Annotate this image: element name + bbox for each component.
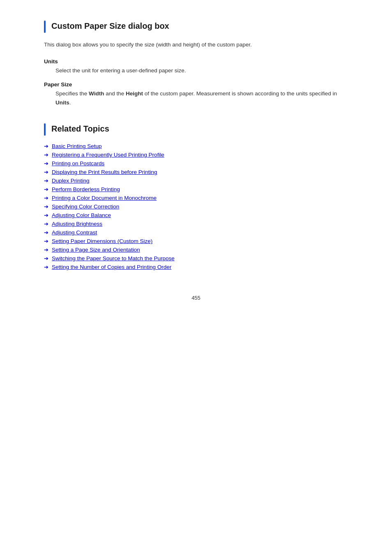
related-topics-section: Related Topics ➔ Basic Printing Setup ➔ … <box>44 123 348 270</box>
paper-size-body: Specifies the Width and the Height of th… <box>55 89 348 107</box>
arrow-icon: ➔ <box>44 238 48 244</box>
blue-accent-bar <box>44 21 46 33</box>
list-item: ➔ Printing on Postcards <box>44 160 348 166</box>
link-paper-dimensions[interactable]: Setting Paper Dimensions (Custom Size) <box>52 238 152 244</box>
list-item: ➔ Adjusting Brightness <box>44 221 348 227</box>
arrow-icon: ➔ <box>44 169 48 175</box>
main-title: Custom Paper Size dialog box <box>51 21 169 31</box>
link-page-size-orientation[interactable]: Setting a Page Size and Orientation <box>52 247 140 253</box>
units-title: Units <box>44 58 348 65</box>
list-item: ➔ Displaying the Print Results before Pr… <box>44 169 348 175</box>
units-body: Select the unit for entering a user-defi… <box>55 66 348 75</box>
arrow-icon: ➔ <box>44 255 48 261</box>
list-item: ➔ Duplex Printing <box>44 178 348 184</box>
arrow-icon: ➔ <box>44 186 48 192</box>
list-item: ➔ Switching the Paper Source to Match th… <box>44 255 348 261</box>
arrow-icon: ➔ <box>44 152 48 158</box>
link-copies-order[interactable]: Setting the Number of Copies and Printin… <box>52 264 171 270</box>
link-contrast[interactable]: Adjusting Contrast <box>52 229 97 236</box>
arrow-icon: ➔ <box>44 212 48 218</box>
paper-size-section: Paper Size Specifies the Width and the H… <box>44 81 348 107</box>
related-blue-accent-bar <box>44 123 46 136</box>
page-container: Custom Paper Size dialog box This dialog… <box>19 0 373 326</box>
list-item: ➔ Adjusting Color Balance <box>44 212 348 218</box>
paper-size-title: Paper Size <box>44 81 348 88</box>
arrow-icon: ➔ <box>44 204 48 210</box>
link-color-correction[interactable]: Specifying Color Correction <box>52 204 119 210</box>
intro-text: This dialog box allows you to specify th… <box>44 40 348 49</box>
list-item: ➔ Perform Borderless Printing <box>44 186 348 192</box>
units-section: Units Select the unit for entering a use… <box>44 58 348 75</box>
link-registering-profile[interactable]: Registering a Frequently Used Printing P… <box>52 152 164 158</box>
list-item: ➔ Basic Printing Setup <box>44 143 348 149</box>
link-basic-printing-setup[interactable]: Basic Printing Setup <box>52 143 102 149</box>
page-number: 455 <box>44 295 348 301</box>
related-topics-header: Related Topics <box>44 123 348 136</box>
arrow-icon: ➔ <box>44 143 48 149</box>
arrow-icon: ➔ <box>44 221 48 227</box>
link-duplex-printing[interactable]: Duplex Printing <box>52 178 90 184</box>
related-topics-list: ➔ Basic Printing Setup ➔ Registering a F… <box>44 143 348 270</box>
arrow-icon: ➔ <box>44 264 48 270</box>
link-printing-postcards[interactable]: Printing on Postcards <box>52 160 104 166</box>
link-monochrome-printing[interactable]: Printing a Color Document in Monochrome <box>52 195 157 201</box>
list-item: ➔ Adjusting Contrast <box>44 229 348 236</box>
link-brightness[interactable]: Adjusting Brightness <box>52 221 102 227</box>
link-color-balance[interactable]: Adjusting Color Balance <box>52 212 111 218</box>
list-item: ➔ Setting a Page Size and Orientation <box>44 247 348 253</box>
link-displaying-print-results[interactable]: Displaying the Print Results before Prin… <box>52 169 157 175</box>
arrow-icon: ➔ <box>44 247 48 253</box>
arrow-icon: ➔ <box>44 160 48 166</box>
list-item: ➔ Registering a Frequently Used Printing… <box>44 152 348 158</box>
related-topics-title: Related Topics <box>51 123 109 134</box>
list-item: ➔ Specifying Color Correction <box>44 204 348 210</box>
list-item: ➔ Printing a Color Document in Monochrom… <box>44 195 348 201</box>
link-paper-source[interactable]: Switching the Paper Source to Match the … <box>52 255 175 261</box>
arrow-icon: ➔ <box>44 195 48 201</box>
list-item: ➔ Setting the Number of Copies and Print… <box>44 264 348 270</box>
main-section-header: Custom Paper Size dialog box <box>44 21 348 33</box>
list-item: ➔ Setting Paper Dimensions (Custom Size) <box>44 238 348 244</box>
arrow-icon: ➔ <box>44 178 48 184</box>
link-borderless-printing[interactable]: Perform Borderless Printing <box>52 186 120 192</box>
arrow-icon: ➔ <box>44 229 48 236</box>
